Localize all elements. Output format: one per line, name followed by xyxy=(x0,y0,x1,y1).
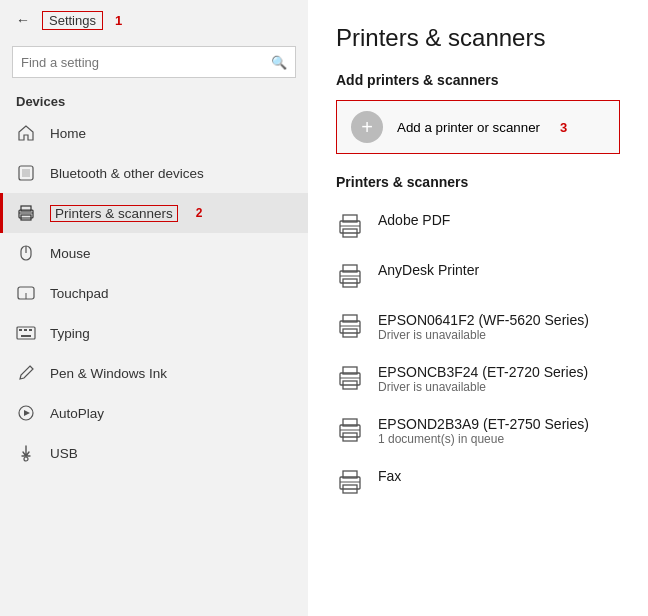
sidebar-item-pen[interactable]: Pen & Windows Ink xyxy=(0,353,308,393)
bluetooth-label: Bluetooth & other devices xyxy=(50,166,204,181)
printer-device-icon xyxy=(336,416,364,444)
sidebar-item-usb[interactable]: USB xyxy=(0,433,308,473)
add-printer-text: Add a printer or scanner xyxy=(397,120,540,135)
search-input[interactable] xyxy=(21,55,271,70)
back-button[interactable]: ← xyxy=(12,10,34,30)
printer-item[interactable]: EPSONCB3F24 (ET-2720 Series)Driver is un… xyxy=(336,354,620,404)
printer-name: Adobe PDF xyxy=(378,212,450,228)
printer-info: EPSONCB3F24 (ET-2720 Series)Driver is un… xyxy=(378,364,588,394)
svg-rect-10 xyxy=(17,327,35,339)
usb-label: USB xyxy=(50,446,78,461)
settings-label: Settings xyxy=(42,11,103,30)
printer-item[interactable]: Fax xyxy=(336,458,620,506)
svg-rect-11 xyxy=(19,329,22,331)
printers-section-title: Printers & scanners xyxy=(336,174,620,190)
printer-item[interactable]: EPSON0641F2 (WF-5620 Series)Driver is un… xyxy=(336,302,620,352)
printer-name: EPSOND2B3A9 (ET-2750 Series) xyxy=(378,416,589,432)
sidebar: ← Settings 1 🔍 Devices Home Bluetooth & … xyxy=(0,0,308,616)
search-box[interactable]: 🔍 xyxy=(12,46,296,78)
printers-label: Printers & scanners xyxy=(55,206,173,221)
printer-item[interactable]: Adobe PDF xyxy=(336,202,620,250)
sidebar-item-printers[interactable]: Printers & scanners 2 xyxy=(0,193,308,233)
sidebar-item-touchpad[interactable]: Touchpad xyxy=(0,273,308,313)
mouse-label: Mouse xyxy=(50,246,91,261)
page-title: Printers & scanners xyxy=(336,24,620,52)
main-content: Printers & scanners Add printers & scann… xyxy=(308,0,648,616)
printer-info: Adobe PDF xyxy=(378,212,450,228)
sidebar-item-autoplay[interactable]: AutoPlay xyxy=(0,393,308,433)
printer-nav-icon xyxy=(16,203,36,223)
search-icon: 🔍 xyxy=(271,55,287,70)
usb-icon xyxy=(16,443,36,463)
printer-info: EPSOND2B3A9 (ET-2750 Series)1 document(s… xyxy=(378,416,589,446)
svg-marker-16 xyxy=(24,410,30,416)
typing-label: Typing xyxy=(50,326,90,341)
printer-device-icon xyxy=(336,468,364,496)
settings-number: 1 xyxy=(115,13,122,28)
bluetooth-icon xyxy=(16,163,36,183)
pen-icon xyxy=(16,363,36,383)
printer-info: AnyDesk Printer xyxy=(378,262,479,278)
printer-name: AnyDesk Printer xyxy=(378,262,479,278)
printer-info: Fax xyxy=(378,468,401,484)
printers-label-wrap: Printers & scanners xyxy=(50,205,178,222)
sidebar-item-home[interactable]: Home xyxy=(0,113,308,153)
svg-rect-14 xyxy=(21,335,31,337)
sidebar-item-bluetooth[interactable]: Bluetooth & other devices xyxy=(0,153,308,193)
svg-point-17 xyxy=(24,457,28,461)
printer-device-icon xyxy=(336,212,364,240)
printer-device-icon xyxy=(336,364,364,392)
touchpad-label: Touchpad xyxy=(50,286,109,301)
autoplay-icon xyxy=(16,403,36,423)
printer-name: EPSONCB3F24 (ET-2720 Series) xyxy=(378,364,588,380)
add-printer-button[interactable]: + Add a printer or scanner 3 xyxy=(336,100,620,154)
home-icon xyxy=(16,123,36,143)
sidebar-item-typing[interactable]: Typing xyxy=(0,313,308,353)
autoplay-label: AutoPlay xyxy=(50,406,104,421)
add-section-title: Add printers & scanners xyxy=(336,72,620,88)
plus-icon: + xyxy=(351,111,383,143)
pen-label: Pen & Windows Ink xyxy=(50,366,167,381)
printer-name: Fax xyxy=(378,468,401,484)
sidebar-header: ← Settings 1 xyxy=(0,0,308,40)
devices-section-title: Devices xyxy=(0,84,308,113)
add-number: 3 xyxy=(560,120,567,135)
printer-status: Driver is unavailable xyxy=(378,328,589,342)
sidebar-item-mouse[interactable]: Mouse xyxy=(0,233,308,273)
home-label: Home xyxy=(50,126,86,141)
typing-icon xyxy=(16,323,36,343)
printer-status: 1 document(s) in queue xyxy=(378,432,589,446)
printer-info: EPSON0641F2 (WF-5620 Series)Driver is un… xyxy=(378,312,589,342)
printer-name: EPSON0641F2 (WF-5620 Series) xyxy=(378,312,589,328)
printer-item[interactable]: AnyDesk Printer xyxy=(336,252,620,300)
printer-item[interactable]: EPSOND2B3A9 (ET-2750 Series)1 document(s… xyxy=(336,406,620,456)
printer-device-icon xyxy=(336,312,364,340)
printer-device-icon xyxy=(336,262,364,290)
touchpad-icon xyxy=(16,283,36,303)
svg-rect-13 xyxy=(29,329,32,331)
printer-status: Driver is unavailable xyxy=(378,380,588,394)
printers-number: 2 xyxy=(196,206,203,220)
mouse-icon xyxy=(16,243,36,263)
svg-rect-12 xyxy=(24,329,27,331)
printer-list: Adobe PDF AnyDesk Printer EPSON0641F2 (W… xyxy=(336,202,620,506)
svg-rect-1 xyxy=(22,169,30,177)
